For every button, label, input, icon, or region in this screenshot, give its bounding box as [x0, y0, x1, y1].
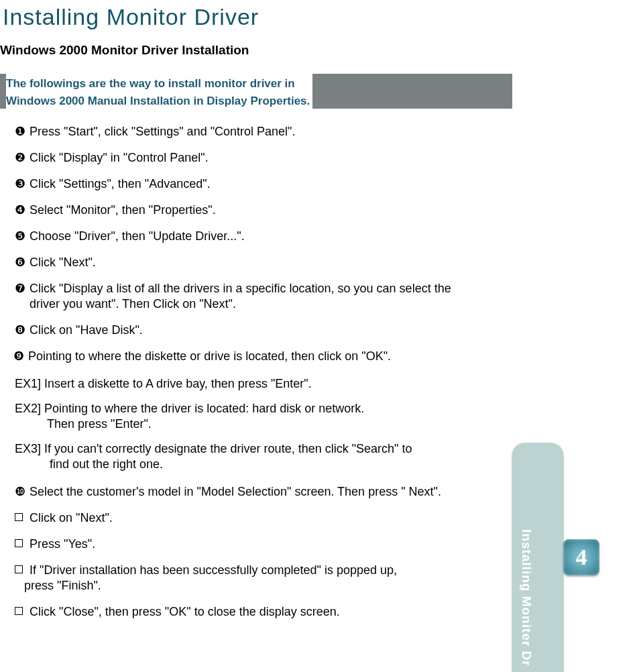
- chapter-badge: 4: [563, 539, 599, 575]
- bullet-icon: ❷: [15, 150, 25, 166]
- intro-banner: The followings are the way to install mo…: [0, 74, 512, 109]
- example-text-cont: find out the right one.: [15, 457, 511, 472]
- step-14: Click "Close", then press "OK" to close …: [15, 604, 511, 620]
- page-title: Installing Monitor Driver: [3, 4, 259, 30]
- step-9: ❾ Pointing to where the diskette or driv…: [15, 349, 511, 364]
- bullet-icon: ❾: [13, 349, 24, 364]
- square-bullet-icon: [15, 607, 23, 615]
- bullet-icon: ❼: [15, 281, 25, 296]
- step-text: Select "Monitor", then "Properties".: [30, 203, 216, 217]
- step-text: Choose "Driver", then "Update Driver..."…: [30, 229, 245, 243]
- example-2: EX2] Pointing to where the driver is loc…: [15, 401, 511, 432]
- intro-text: The followings are the way to install mo…: [6, 74, 312, 111]
- step-text-cont: driver you want". Then Click on "Next".: [30, 297, 236, 311]
- step-text: Click "Settings", then "Advanced".: [30, 177, 211, 190]
- bullet-icon: ❻: [15, 255, 25, 270]
- step-1: ❶ Press "Start", click "Settings" and "C…: [15, 124, 511, 139]
- step-text: Click "Next".: [30, 256, 96, 269]
- square-bullet-icon: [15, 565, 23, 573]
- intro-line-1: The followings are the way to install mo…: [6, 77, 295, 90]
- example-text: EX3] If you can't correctly designate th…: [15, 442, 412, 455]
- example-1: EX1] Insert a diskette to A drive bay, t…: [15, 376, 511, 392]
- example-text: EX1] Insert a diskette to A drive bay, t…: [15, 377, 312, 390]
- step-text: Click on "Have Disk".: [30, 323, 143, 337]
- bullet-icon: ❿: [15, 484, 25, 500]
- step-text: Press "Yes".: [30, 537, 95, 551]
- bullet-icon: ❺: [15, 229, 25, 244]
- step-13: If "Driver installation has been success…: [15, 563, 511, 594]
- example-text-cont: Then press "Enter".: [15, 416, 511, 432]
- step-12: Press "Yes".: [15, 537, 511, 552]
- intro-line-2: Windows 2000 Manual Installation in Disp…: [6, 95, 310, 107]
- step-8: ❽ Click on "Have Disk".: [15, 323, 511, 338]
- step-text: Click "Display a list of all the drivers…: [30, 282, 451, 295]
- steps-list: ❶ Press "Start", click "Settings" and "C…: [15, 124, 511, 620]
- step-5: ❺ Choose "Driver", then "Update Driver..…: [15, 229, 511, 244]
- step-text: Click "Display" in "Control Panel".: [30, 151, 209, 164]
- step-text: Pointing to where the diskette or drive …: [28, 349, 391, 363]
- section-subtitle: Windows 2000 Monitor Driver Installation: [0, 43, 249, 58]
- step-4: ❹ Select "Monitor", then "Properties".: [15, 203, 511, 218]
- example-text: EX2] Pointing to where the driver is loc…: [15, 402, 364, 415]
- step-3: ❸ Click "Settings", then "Advanced".: [15, 176, 511, 192]
- step-text-cont: press "Finish".: [24, 579, 101, 592]
- step-text: Select the customer's model in "Model Se…: [30, 485, 441, 498]
- example-3: EX3] If you can't correctly designate th…: [15, 441, 511, 472]
- step-2: ❷ Click "Display" in "Control Panel".: [15, 150, 511, 166]
- bullet-icon: ❹: [15, 203, 25, 218]
- bullet-icon: ❶: [15, 124, 25, 139]
- step-text: Click on "Next".: [30, 511, 113, 524]
- step-text: Click "Close", then press "OK" to close …: [30, 605, 340, 618]
- step-6: ❻ Click "Next".: [15, 255, 511, 270]
- step-text: If "Driver installation has been success…: [30, 563, 397, 577]
- bullet-icon: ❽: [15, 323, 25, 338]
- bullet-icon: ❸: [15, 176, 25, 192]
- step-11: Click on "Next".: [15, 510, 511, 526]
- square-bullet-icon: [15, 539, 23, 547]
- page-root: Installing Monitor Driver Windows 2000 M…: [0, 0, 641, 672]
- square-bullet-icon: [15, 513, 23, 521]
- step-10: ❿ Select the customer's model in "Model …: [15, 484, 511, 500]
- side-tab-label: Installing Moniter Dr: [519, 529, 534, 667]
- step-7: ❼ Click "Display a list of all the drive…: [15, 281, 511, 312]
- chapter-number: 4: [576, 545, 587, 570]
- step-text: Press "Start", click "Settings" and "Con…: [30, 125, 296, 138]
